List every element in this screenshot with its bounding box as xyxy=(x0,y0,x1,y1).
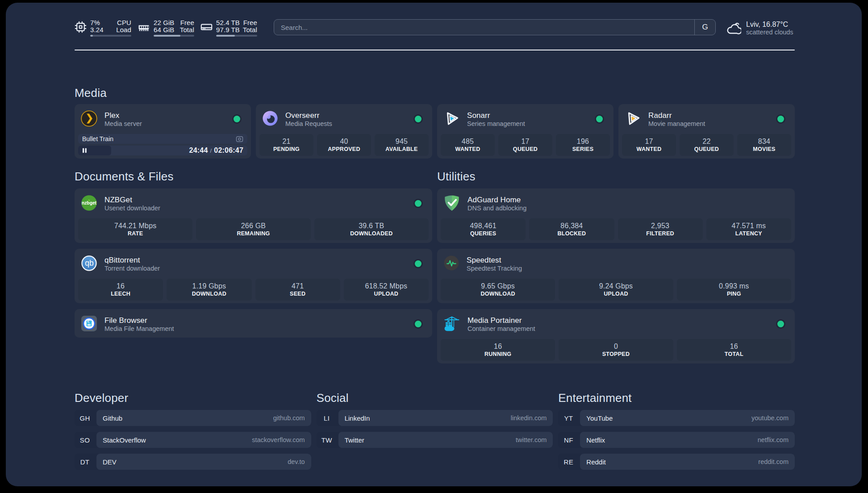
service-description: Movie management xyxy=(648,120,705,128)
resource-label: Free xyxy=(243,19,257,26)
stat-row: 485 WANTED 17 QUEUED 196 SERIES xyxy=(441,134,610,156)
filebrowser-icon xyxy=(81,315,97,332)
stat-block: 16 LEECH xyxy=(78,279,163,301)
service-group-media: Media Plex Media server Bullet Train 24:… xyxy=(75,87,795,159)
resource-label: CPU xyxy=(117,19,131,26)
resource-label: Total xyxy=(243,26,257,33)
service-card-qbittorrent[interactable]: qb qBittorrent Torrent downloader 16 LEE… xyxy=(75,249,432,303)
service-group-title: Utilities xyxy=(437,171,795,183)
bookmark-name: Twitter xyxy=(345,436,364,444)
resource-label: Load xyxy=(116,26,131,33)
pause-icon xyxy=(82,148,87,153)
cloud-icon xyxy=(726,22,741,35)
bookmark-name: LinkedIn xyxy=(345,414,370,422)
stat-value: 618.52 Mbps xyxy=(365,282,408,290)
stat-label: QUERIES xyxy=(470,230,496,237)
bookmark-abbr: SO xyxy=(75,432,95,448)
service-titles: NZBGet Usenet downloader xyxy=(104,195,160,212)
service-name: NZBGet xyxy=(104,196,160,204)
stat-label: LEECH xyxy=(111,291,130,297)
portainer-icon xyxy=(443,315,460,332)
bookmark-body: Netflix netflix.com xyxy=(580,432,795,448)
stat-label: LATENCY xyxy=(735,230,762,237)
bookmark-url: stackoverflow.com xyxy=(252,436,305,443)
service-card-speedtest[interactable]: Speedtest Speedtest Tracking 9.65 Gbps D… xyxy=(437,249,795,303)
stat-row: 21 PENDING 40 APPROVED 945 AVAILABLE xyxy=(259,134,429,156)
stat-label: STOPPED xyxy=(602,351,630,358)
service-header: Media Portainer Container management xyxy=(441,313,791,333)
service-card-media-portainer[interactable]: Media Portainer Container management 16 … xyxy=(437,309,795,363)
service-card-overseerr[interactable]: Overseerr Media Requests 21 PENDING 40 A… xyxy=(256,104,432,159)
stat-label: RUNNING xyxy=(484,351,511,358)
stat-value: 17 xyxy=(645,137,653,146)
service-header: nzbget NZBGet Usenet downloader xyxy=(78,192,429,212)
service-header: Overseerr Media Requests xyxy=(259,108,429,128)
service-name: Radarr xyxy=(648,111,705,120)
service-card-nzbget[interactable]: nzbget NZBGet Usenet downloader 744.21 M… xyxy=(75,188,432,243)
service-description: Media server xyxy=(104,120,142,128)
bookmark-stackoverflow[interactable]: SO StackOverflow stackoverflow.com xyxy=(75,432,311,448)
stat-block: 17 WANTED xyxy=(622,134,676,156)
system-resources: 7%CPU 3.24Load 22 GiBFree 64 GiBTotal 52… xyxy=(75,19,257,37)
player-time: 24:44/02:06:47 xyxy=(189,146,243,155)
bookmark-group-title: Social xyxy=(317,392,553,404)
status-dot-online xyxy=(234,116,240,122)
stat-value: 9.65 Gbps xyxy=(481,282,515,290)
speedtest-icon xyxy=(443,255,459,271)
stat-value: 744.21 Mbps xyxy=(114,221,157,230)
status-dot-online xyxy=(415,200,421,207)
service-card-adguard-home[interactable]: AdGuard Home DNS and adblocking 498,461 … xyxy=(437,188,795,243)
service-name: Overseerr xyxy=(285,111,332,120)
adguard-icon xyxy=(443,195,460,212)
service-header: Sonarr Series management xyxy=(441,108,610,128)
resource-usage-bar xyxy=(90,35,131,37)
service-card-radarr[interactable]: Radarr Movie management 17 WANTED 22 QUE… xyxy=(618,104,795,159)
stat-label: REMAINING xyxy=(237,230,270,237)
search-provider-button[interactable]: G xyxy=(694,20,715,35)
service-titles: qBittorrent Torrent downloader xyxy=(104,255,160,272)
service-card-plex[interactable]: Plex Media server Bullet Train 24:44/02:… xyxy=(75,104,251,159)
stat-value: 16 xyxy=(730,342,738,351)
bookmark-reddit[interactable]: RE Reddit reddit.com xyxy=(558,454,795,470)
service-card-file-browser[interactable]: File Browser Media File Management xyxy=(75,309,432,338)
service-titles: Overseerr Media Requests xyxy=(285,110,332,128)
stat-value: 16 xyxy=(117,282,125,290)
stat-block: 266 GB REMAINING xyxy=(196,218,310,240)
bookmark-abbr: GH xyxy=(75,410,95,426)
resource-label: Total xyxy=(180,26,194,33)
stat-label: UPLOAD xyxy=(604,291,628,297)
service-titles: File Browser Media File Management xyxy=(104,315,174,333)
resource-cpu: 7%CPU 3.24Load xyxy=(75,19,131,37)
resource-usage-bar xyxy=(216,35,257,37)
stat-block: 196 SERIES xyxy=(556,134,610,156)
status-dot-online xyxy=(596,116,603,122)
bookmark-netflix[interactable]: NF Netflix netflix.com xyxy=(558,432,795,448)
resource-body: 22 GiBFree 64 GiBTotal xyxy=(154,19,194,37)
player-progress-bar[interactable]: 24:44/02:06:47 xyxy=(78,146,247,155)
stat-row: 498,461 QUERIES 86,384 BLOCKED 2,953 FIL… xyxy=(441,218,791,240)
bookmark-dev[interactable]: DT DEV dev.to xyxy=(75,454,311,470)
bookmark-body: Github github.com xyxy=(96,410,311,426)
resource-usage-bar xyxy=(154,35,194,37)
service-header: Speedtest Speedtest Tracking xyxy=(441,252,791,272)
service-titles: Radarr Movie management xyxy=(648,110,705,128)
now-playing-row: Bullet Train xyxy=(78,134,247,144)
media-grid: Plex Media server Bullet Train 24:44/02:… xyxy=(75,104,795,159)
bookmark-youtube[interactable]: YT YouTube youtube.com xyxy=(558,410,795,426)
bookmark-url: dev.to xyxy=(288,458,305,465)
weather-widget[interactable]: Lviv, 16.87°C scattered clouds xyxy=(726,21,795,36)
service-card-sonarr[interactable]: Sonarr Series management 485 WANTED 17 Q… xyxy=(437,104,613,159)
bookmark-list: GH Github github.com SO StackOverflow st… xyxy=(75,410,311,470)
pause-button[interactable] xyxy=(82,146,87,155)
bookmark-twitter[interactable]: TW Twitter twitter.com xyxy=(317,432,553,448)
stat-block: 498,461 QUERIES xyxy=(441,218,526,240)
stat-block: 21 PENDING xyxy=(259,134,313,156)
stat-value: 0.993 ms xyxy=(719,282,749,290)
bookmark-linkedin[interactable]: LI LinkedIn linkedin.com xyxy=(317,410,553,426)
bookmark-github[interactable]: GH Github github.com xyxy=(75,410,311,426)
search-input[interactable] xyxy=(274,20,694,35)
stat-block: 39.6 TB DOWNLOADED xyxy=(314,218,429,240)
stat-value: 21 xyxy=(282,137,290,146)
service-group-utilities: Utilities AdGuard Home DNS and adblockin… xyxy=(437,171,795,363)
service-header: Radarr Movie management xyxy=(622,108,791,128)
